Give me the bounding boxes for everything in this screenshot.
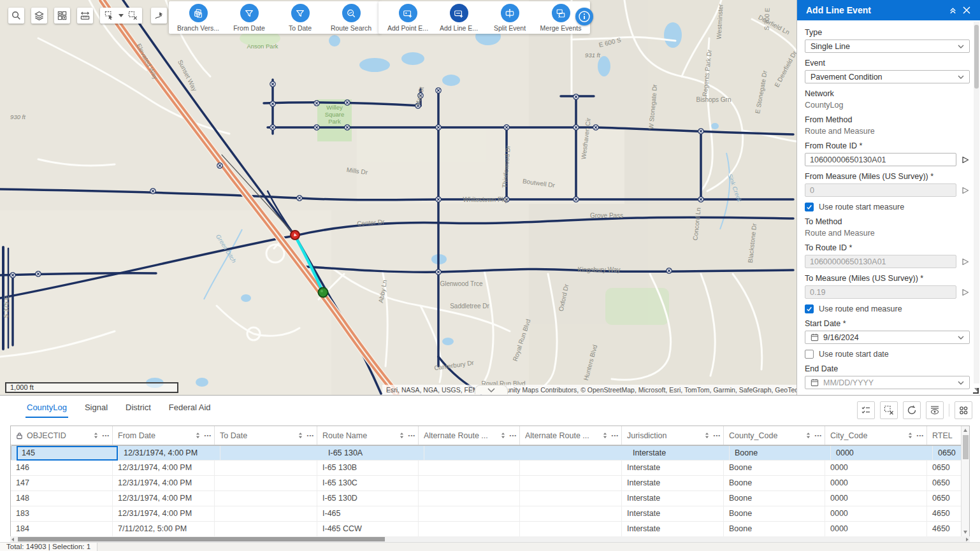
table-row[interactable]: 18312/31/1974, 4:00 PMI-465InterstateBoo… — [11, 506, 969, 522]
column-menu-icon[interactable]: ••• — [103, 433, 110, 438]
use-route-end-measure-checkbox[interactable]: Use route end measure — [805, 304, 970, 313]
table-cell[interactable]: 12/31/1974, 4:00 PM — [113, 491, 215, 506]
add-line-event-button[interactable]: Add Line E... — [438, 4, 479, 32]
table-cell[interactable] — [419, 476, 520, 490]
hide-fields-button[interactable] — [926, 401, 944, 419]
table-cell[interactable] — [419, 461, 520, 475]
table-cell[interactable] — [419, 491, 520, 506]
table-cell[interactable]: 147 — [11, 476, 113, 490]
route-search-button[interactable]: Route Search — [331, 4, 371, 32]
table-cell[interactable] — [520, 506, 622, 521]
table-cell[interactable] — [215, 506, 317, 521]
scroll-down-arrow[interactable] — [963, 531, 967, 534]
end-date-picker[interactable]: MM/DD/YYYY — [805, 376, 970, 389]
table-cell[interactable]: Interstate — [628, 446, 730, 461]
table-cell[interactable]: 148 — [11, 491, 113, 506]
table-cell[interactable]: 12/31/1974, 4:00 PM — [113, 506, 215, 521]
table-cell[interactable]: Boone — [724, 491, 825, 506]
table-cell[interactable]: 12/31/1974, 4:00 PM — [119, 446, 220, 461]
to-measure-input[interactable] — [805, 285, 956, 299]
table-cell[interactable]: I-465 — [317, 506, 419, 521]
table-cell[interactable] — [215, 476, 317, 490]
table-row[interactable]: 1847/11/2012, 5:00 PMI-465 CCWInterstate… — [11, 522, 969, 537]
clear-selection-button[interactable] — [880, 401, 898, 419]
sort-icon[interactable] — [705, 432, 709, 439]
table-cell[interactable]: 0650 — [927, 461, 962, 475]
add-point-event-button[interactable]: Add Point E... — [387, 4, 428, 32]
map-canvas[interactable]: 930 ft931 ftElevated WaySunset WayAnson … — [0, 0, 796, 395]
sort-icon[interactable] — [196, 432, 200, 439]
column-header-alternate-route[interactable]: Alternate Route ...••• — [419, 426, 520, 445]
table-cell[interactable]: Boone — [730, 446, 831, 461]
collapse-panel-button[interactable] — [946, 3, 960, 17]
column-menu-icon[interactable]: ••• — [815, 433, 822, 438]
table-cell[interactable] — [215, 522, 317, 536]
table-cell[interactable]: Interstate — [622, 461, 724, 475]
map[interactable]: 930 ft931 ftElevated WaySunset WayAnson … — [0, 0, 796, 395]
table-cell[interactable]: 0000 — [825, 522, 927, 536]
sort-icon[interactable] — [94, 432, 98, 439]
column-menu-icon[interactable]: ••• — [408, 433, 415, 438]
column-header-alternate-route[interactable]: Alternate Route ...••• — [520, 426, 622, 445]
table-cell[interactable] — [215, 491, 317, 506]
column-header-jurisdiction[interactable]: Jurisdiction••• — [622, 426, 724, 445]
column-header-from-date[interactable]: From Date••• — [113, 426, 215, 445]
sort-icon[interactable] — [908, 432, 912, 439]
event-select[interactable]: Pavement Condition — [805, 70, 970, 83]
column-header-to-date[interactable]: To Date••• — [215, 426, 317, 445]
tab-signal[interactable]: Signal — [83, 400, 109, 418]
column-menu-icon[interactable]: ••• — [917, 433, 924, 438]
vertical-scrollbar-thumb[interactable] — [963, 435, 969, 459]
scroll-left-arrow[interactable] — [11, 538, 14, 541]
horizontal-scrollbar-thumb[interactable] — [18, 537, 385, 541]
sort-icon[interactable] — [298, 432, 303, 439]
table-cell[interactable]: 0650 — [927, 476, 962, 490]
table-cell[interactable]: I-465 CCW — [317, 522, 419, 536]
panel-resize-handle[interactable] — [973, 388, 979, 394]
table-cell[interactable]: 4650 — [927, 522, 962, 536]
column-header-county-code[interactable]: County_Code••• — [724, 426, 825, 445]
table-cell[interactable]: Interstate — [622, 506, 724, 521]
use-route-start-measure-checkbox[interactable]: Use route start measure — [805, 203, 970, 211]
table-cell[interactable]: 146 — [11, 461, 113, 475]
sort-icon[interactable] — [501, 432, 505, 439]
table-cell[interactable]: Boone — [724, 476, 825, 490]
table-cell[interactable]: Interstate — [622, 491, 724, 506]
sort-icon[interactable] — [400, 432, 404, 439]
column-header-rtel[interactable]: RTEL — [927, 426, 962, 445]
pick-route-on-map-icon[interactable] — [961, 257, 970, 266]
select-dropdown-chevron-icon[interactable] — [119, 14, 124, 17]
column-header-route-name[interactable]: Route Name••• — [317, 426, 419, 445]
sort-icon[interactable] — [603, 432, 607, 439]
table-cell[interactable]: 12/31/1974, 4:00 PM — [113, 461, 215, 475]
column-menu-icon[interactable]: ••• — [307, 433, 314, 438]
table-cell[interactable]: 0000 — [825, 506, 927, 521]
table-row[interactable]: 14712/31/1974, 4:00 PMI-65 130CInterstat… — [11, 476, 969, 491]
table-cell[interactable] — [520, 491, 622, 506]
table-cell[interactable]: 0000 — [825, 476, 927, 490]
route-select-tool-button[interactable] — [151, 8, 167, 24]
table-cell[interactable]: I-65 130A — [323, 446, 424, 461]
column-header-objectid[interactable]: OBJECTID••• — [11, 426, 113, 445]
to-route-id-input[interactable] — [805, 255, 956, 268]
table-cell[interactable] — [419, 506, 520, 521]
column-menu-icon[interactable]: ••• — [510, 433, 517, 438]
column-menu-icon[interactable]: ••• — [714, 433, 721, 438]
split-event-button[interactable]: Split Event — [489, 4, 530, 32]
pick-route-on-map-icon[interactable] — [961, 155, 970, 164]
table-cell[interactable]: Boone — [724, 461, 825, 475]
table-cell[interactable] — [419, 522, 520, 536]
show-selection-button[interactable] — [857, 401, 875, 419]
table-cell[interactable]: I-65 130D — [317, 491, 419, 506]
table-cell[interactable]: I-65 130B — [317, 461, 419, 475]
close-panel-button[interactable] — [960, 3, 974, 17]
start-date-picker[interactable]: 9/16/2024 — [805, 331, 970, 344]
layers-tool-button[interactable] — [31, 8, 47, 24]
table-row[interactable]: 14812/31/1974, 4:00 PMI-65 130DInterstat… — [11, 491, 969, 506]
table-cell[interactable]: 12/31/1974, 4:00 PM — [113, 476, 215, 490]
select-icon[interactable] — [104, 11, 114, 20]
pick-measure-on-map-icon[interactable] — [961, 288, 970, 297]
column-menu-icon[interactable]: ••• — [612, 433, 619, 438]
from-date-button[interactable]: From Date — [229, 4, 270, 32]
table-cell[interactable]: Boone — [724, 506, 825, 521]
